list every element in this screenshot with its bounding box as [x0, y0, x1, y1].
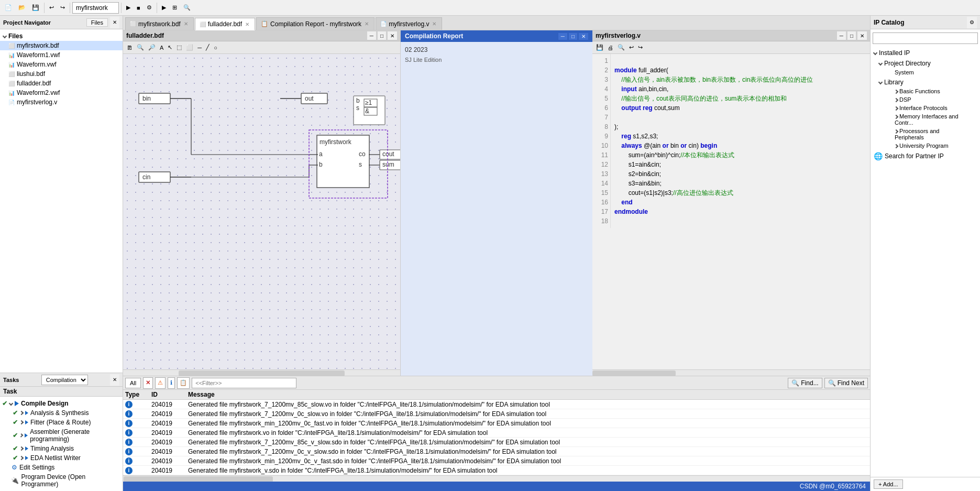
bdf-minimize[interactable]: ─ [367, 31, 376, 40]
file-item-waveform1[interactable]: 📊 Waveform1.vwf [0, 50, 123, 60]
task-program-device[interactable]: 🔌 Program Device (Open Programmer) [0, 472, 123, 489]
find-next-btn[interactable]: 🔍 Find Next [824, 378, 868, 388]
v-tool-4[interactable]: ↩ [627, 43, 635, 52]
bdf-editor: fulladder.bdf ─ □ ✕ 🖹 🔍 🔎 A ↖ ⬚ [123, 30, 401, 376]
ip-university[interactable]: University Program [878, 141, 978, 150]
bdf-tool-5[interactable]: ↖ [166, 43, 174, 52]
project-selector[interactable]: myfirstwork [72, 2, 119, 14]
task-assembler[interactable]: ✔ Assembler (Generate programming) [0, 427, 123, 444]
report-close[interactable]: ✕ [579, 33, 588, 40]
tab-files[interactable]: Files [86, 18, 108, 27]
ip-settings-btn[interactable]: ⚙ [967, 17, 977, 28]
bdf-tool-7[interactable]: ⬜ [184, 43, 195, 52]
task-timing[interactable]: ✔ Timing Analysis [0, 444, 123, 453]
tab-fulladder[interactable]: ⬜ fulladder.bdf ✕ [195, 18, 255, 30]
filter-input[interactable] [192, 378, 296, 388]
task-compile-design[interactable]: ✔ Compile Design [0, 399, 123, 408]
bdf-tool-6[interactable]: ⬚ [175, 43, 183, 52]
open-btn[interactable]: 📂 [16, 2, 28, 14]
task-fitter[interactable]: ✔ Fitter (Place & Route) [0, 418, 123, 427]
bdf-tool-1[interactable]: 🖹 [125, 43, 134, 52]
redo-btn[interactable]: ↪ [58, 2, 68, 14]
bdf-tool-8[interactable]: ─ [196, 43, 203, 52]
save-btn[interactable]: 💾 [29, 2, 42, 14]
bdf-tool-3[interactable]: 🔎 [147, 43, 157, 52]
error-filter-btn[interactable]: ✕ [143, 377, 153, 389]
new-btn[interactable]: 📄 [2, 2, 15, 14]
extra-filter-btn[interactable]: 📋 [177, 377, 190, 389]
ip-memory[interactable]: Memory Interfaces and Contr... [878, 112, 978, 127]
v-tool-1[interactable]: 💾 [594, 43, 605, 52]
v-minimize[interactable]: ─ [837, 31, 846, 40]
task-analysis[interactable]: ✔ Analysis & Synthesis [0, 408, 123, 418]
file-item-liushui[interactable]: ⬜ liushui.bdf [0, 69, 123, 79]
file-item-waveform[interactable]: 📊 Waveform.vwf [0, 60, 123, 69]
report-minimize[interactable]: ─ [558, 33, 567, 40]
task-eda[interactable]: ✔ EDA Netlist Writer [0, 453, 123, 463]
bdf-maximize[interactable]: □ [378, 31, 386, 40]
ip-dsp[interactable]: DSP [878, 95, 978, 104]
verilog-scrollbar-h[interactable] [592, 369, 870, 376]
analyze-btn[interactable]: ⚙ [144, 2, 155, 14]
task-dropdown[interactable]: Compilation [41, 375, 88, 385]
bdf-scrollbar-thumb[interactable] [179, 370, 345, 376]
v-tool-2[interactable]: 🖨 [606, 43, 615, 52]
ip-search-container [871, 29, 980, 47]
ip-basic-functions[interactable]: Basic Functions [878, 87, 978, 95]
tab-close-1[interactable]: ✕ [183, 21, 189, 27]
add-ip-btn[interactable]: + Add... [874, 479, 903, 489]
bottom-scrollbar[interactable] [123, 475, 870, 482]
file-item-waveform2[interactable]: 📊 Waveform2.vwf [0, 88, 123, 97]
ip-processors[interactable]: Processors and Peripherals [878, 127, 978, 141]
run-btn[interactable]: ▶ [159, 2, 169, 14]
bdf-tool-4[interactable]: A [158, 43, 165, 52]
zoom-btn[interactable]: 🔍 [181, 2, 193, 14]
verilog-code-area[interactable]: 12345 678910 1112131415 161718 module fu… [592, 54, 870, 369]
bdf-scrollbar-h[interactable] [123, 369, 400, 376]
status-bar: CSDN @m0_65923764 [123, 482, 870, 491]
file-item-myfirstwork[interactable]: ⬜ myfirstwork.bdf [0, 41, 123, 50]
installed-ip-header[interactable]: Installed IP [873, 48, 978, 58]
v-tool-5[interactable]: ↪ [636, 43, 644, 52]
report-date: 02 2023 [405, 46, 588, 53]
close-panel-btn[interactable]: ✕ [110, 17, 119, 28]
tab-verlog[interactable]: 📄 myfirstverlog.v ✕ [376, 17, 442, 30]
bdf-tool-10[interactable]: ○ [212, 43, 219, 52]
ip-search-input[interactable] [873, 32, 978, 44]
warn-filter-btn[interactable]: ⚠ [155, 377, 166, 389]
file-name-5: fulladder.bdf [17, 80, 51, 87]
all-tab-btn[interactable]: All [125, 378, 141, 388]
fit-btn[interactable]: ⊞ [170, 2, 180, 14]
partner-ip-header[interactable]: 🌐 Search for Partner IP [873, 151, 978, 161]
ip-interface-protocols[interactable]: Interface Protocols [878, 104, 978, 112]
tab-close-3[interactable]: ✕ [364, 21, 370, 27]
tab-myfirstwork[interactable]: ⬜ myfirstwork.bdf ✕ [125, 17, 194, 30]
undo-btn[interactable]: ↩ [47, 2, 57, 14]
ip-system[interactable]: System [878, 68, 978, 77]
library-header[interactable]: Library [878, 78, 978, 87]
ip-project-dir: Project Directory System [873, 59, 978, 77]
v-maximize[interactable]: □ [847, 31, 856, 40]
project-dir-header[interactable]: Project Directory [878, 59, 978, 68]
bdf-close[interactable]: ✕ [388, 31, 397, 40]
v-scroll-thumb[interactable] [592, 370, 676, 376]
tab-close-4[interactable]: ✕ [431, 21, 437, 27]
file-item-fulladder[interactable]: ⬜ fulladder.bdf [0, 79, 123, 88]
bdf-tool-2[interactable]: 🔍 [135, 43, 146, 52]
stop-btn[interactable]: ■ [134, 2, 143, 14]
tab-report[interactable]: 📋 Compilation Report - myfirstwork ✕ [256, 17, 375, 30]
center-right: ⬜ myfirstwork.bdf ✕ ⬜ fulladder.bdf ✕ 📋 … [123, 16, 870, 491]
bdf-canvas[interactable]: bin cin out [123, 54, 400, 369]
close-task-btn[interactable]: ✕ [110, 374, 119, 386]
find-btn[interactable]: 🔍 Find... [788, 378, 822, 388]
v-tool-3[interactable]: 🔍 [616, 43, 626, 52]
task-edit-settings[interactable]: ⚙ Edit Settings [0, 463, 123, 472]
info-filter-btn[interactable]: ℹ [168, 377, 175, 389]
table-row: i204019Generated file myfirstwork_7_1200… [123, 438, 870, 447]
report-maximize[interactable]: □ [569, 33, 577, 40]
file-item-verlog[interactable]: 📄 myfirstverlog.v [0, 97, 123, 107]
tab-close-2[interactable]: ✕ [244, 21, 250, 27]
compile-btn[interactable]: ▶ [124, 2, 133, 14]
bdf-tool-9[interactable]: ╱ [204, 43, 211, 52]
v-close[interactable]: ✕ [857, 31, 867, 40]
